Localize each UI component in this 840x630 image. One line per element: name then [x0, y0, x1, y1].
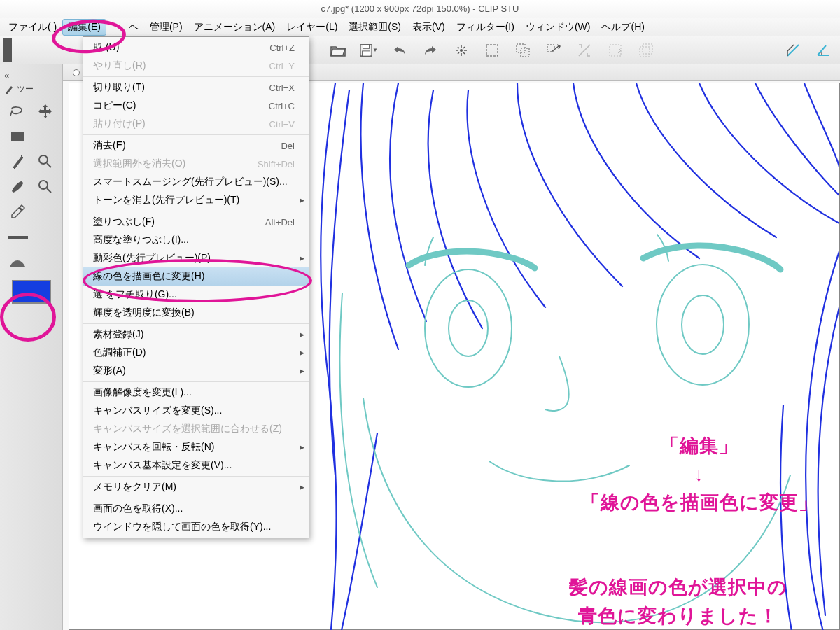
tool-wand[interactable]: [35, 151, 56, 172]
tool-lasso[interactable]: [7, 101, 28, 122]
menu-item-fill[interactable]: 塗りつぶし(F)Alt+Del: [83, 213, 309, 231]
tool-empty3: [35, 252, 56, 273]
open-icon[interactable]: [329, 41, 347, 59]
menu-animation[interactable]: アニメーション(A): [188, 19, 281, 36]
menu-spacer: ヘ: [123, 19, 144, 36]
save-icon[interactable]: ▼: [360, 41, 378, 59]
menu-view[interactable]: 表示(V): [407, 19, 451, 36]
svg-point-18: [682, 295, 724, 354]
tool-line[interactable]: [7, 227, 28, 248]
tool-sidebar: « ツー: [0, 64, 63, 630]
svg-point-13: [39, 181, 48, 189]
menu-window[interactable]: ウィンドウ(W): [520, 19, 596, 36]
window-title: c7.jpg* (840 x 630px 72dpi 150.0%) - CL…: [321, 4, 519, 14]
menu-item-auto-color[interactable]: 動彩色(先行プレビュー)(P): [83, 249, 309, 267]
snap-angle-icon[interactable]: [815, 41, 833, 59]
menu-item-hide-get-color[interactable]: ウインドウを隠して画面の色を取得(Y)...: [83, 518, 309, 536]
menu-layer[interactable]: レイヤー(L): [281, 19, 343, 36]
pen-tab-icon: [4, 85, 14, 94]
menu-item-cut[interactable]: 切り取り(T)Ctrl+X: [83, 78, 309, 97]
menu-item-remove-tones[interactable]: トーンを消去(先行プレビュー)(T): [83, 191, 309, 209]
undo-icon[interactable]: [391, 41, 409, 59]
menu-item-get-screen-color[interactable]: 画面の色を取得(X)...: [83, 500, 309, 518]
menu-item-clear[interactable]: 消去(E)Del: [83, 136, 309, 155]
sparkle-icon[interactable]: [452, 41, 470, 59]
tool-rect[interactable]: [7, 126, 28, 147]
sidebar-tab-label[interactable]: ツー: [0, 82, 62, 97]
sidebar-drag-handle[interactable]: [4, 38, 12, 62]
menu-item-redo: やり直し(R)Ctrl+Y: [83, 57, 309, 75]
tool-move[interactable]: [35, 101, 56, 122]
tool-brush[interactable]: [7, 176, 28, 197]
menu-edit[interactable]: 編集(E): [62, 19, 106, 36]
tool-pen[interactable]: [7, 151, 28, 172]
tool-gradient[interactable]: [7, 252, 28, 273]
menu-item-luminance-to-alpha[interactable]: 輝度を透明度に変換(B): [83, 304, 309, 322]
invert-icon[interactable]: [575, 41, 594, 59]
menu-item-change-resolution[interactable]: 画像解像度を変更(L)...: [83, 384, 309, 402]
show-selection-icon[interactable]: [545, 41, 563, 59]
menu-item-canvas-fit-selection: キャンバスサイズを選択範囲に合わせる(Z): [83, 420, 309, 438]
menu-item-selection-border[interactable]: 選 をフチ取り(G)...: [83, 286, 309, 304]
ruler-icon[interactable]: [784, 41, 802, 59]
menubar: ファイル( ) 編集(E) ヘ 管理(P) アニメーション(A) レイヤー(L)…: [0, 18, 840, 36]
window-titlebar: c7.jpg* (840 x 630px 72dpi 150.0%) - CL…: [0, 0, 840, 18]
menu-item-canvas-rotate[interactable]: キャンバスを回転・反転(N): [83, 438, 309, 456]
menu-item-undo[interactable]: 取 (U)Ctrl+Z: [83, 38, 309, 57]
svg-rect-2: [363, 50, 370, 55]
selection-launcher-icon[interactable]: [606, 41, 624, 59]
menu-item-smart-smooth[interactable]: スマートスムージング(先行プレビュー)(S)...: [83, 173, 309, 191]
svg-point-3: [460, 49, 463, 52]
menu-item-clear-outside: 選択範囲外を消去(O)Shift+Del: [83, 155, 309, 173]
redo-icon[interactable]: [421, 41, 440, 59]
svg-point-12: [39, 155, 48, 164]
seleciton-float-icon[interactable]: [637, 41, 655, 59]
svg-rect-11: [11, 132, 24, 141]
svg-point-17: [657, 265, 749, 385]
menu-file[interactable]: ファイル( ): [3, 19, 62, 36]
svg-rect-14: [8, 236, 28, 239]
tool-eyedropper[interactable]: [7, 202, 28, 223]
edit-menu-dropdown: 取 (U)Ctrl+Z やり直し(R)Ctrl+Y 切り取り(T)Ctrl+X …: [83, 36, 309, 538]
foreground-color-swatch[interactable]: [12, 280, 51, 304]
annotation-text-2: 髪の線画の色が選択中の 青色に変わりました！: [468, 573, 840, 630]
svg-point-15: [425, 270, 512, 387]
sidebar-collapse[interactable]: «: [0, 69, 62, 82]
svg-rect-4: [486, 45, 498, 56]
menu-item-canvas-basic[interactable]: キャンバス基本設定を変更(V)...: [83, 456, 309, 475]
menu-item-line-color-to-drawing-color[interactable]: 線の色を描画色に変更(H): [83, 267, 309, 286]
menu-item-paste: 貼り付け(P)Ctrl+V: [83, 115, 309, 133]
menu-selection[interactable]: 選択範囲(S): [343, 19, 407, 36]
ruler-origin-icon: [73, 69, 80, 76]
menu-item-tonal-correction[interactable]: 色調補正(D): [83, 344, 309, 362]
menu-help[interactable]: ヘルプ(H): [596, 19, 650, 36]
svg-rect-1: [363, 44, 370, 48]
menu-item-copy[interactable]: コピー(C)Ctrl+C: [83, 97, 309, 115]
annotation-text-1: 「編集」 ↓ 「線の色を描画色に変更」: [559, 432, 839, 517]
menu-item-transform[interactable]: 変形(A): [83, 362, 309, 380]
tool-empty2: [35, 202, 56, 223]
svg-rect-9: [640, 47, 650, 57]
menu-filter[interactable]: フィルター(I): [451, 19, 520, 36]
menu-item-canvas-size[interactable]: キャンバスサイズを変更(S)...: [83, 402, 309, 420]
svg-rect-8: [610, 45, 621, 56]
menu-item-clear-memory[interactable]: メモリをクリア(M): [83, 478, 309, 496]
menu-item-register-material[interactable]: 素材登録(J): [83, 326, 309, 344]
tool-empty1: [35, 126, 56, 147]
menu-manage[interactable]: 管理(P): [144, 19, 188, 36]
menu-item-adv-fill[interactable]: 高度な塗りつぶし(I)...: [83, 231, 309, 249]
deselect-icon[interactable]: [483, 41, 501, 59]
tool-zoom[interactable]: [35, 176, 56, 197]
invert-selection-icon[interactable]: [514, 41, 532, 59]
svg-rect-10: [643, 44, 652, 54]
